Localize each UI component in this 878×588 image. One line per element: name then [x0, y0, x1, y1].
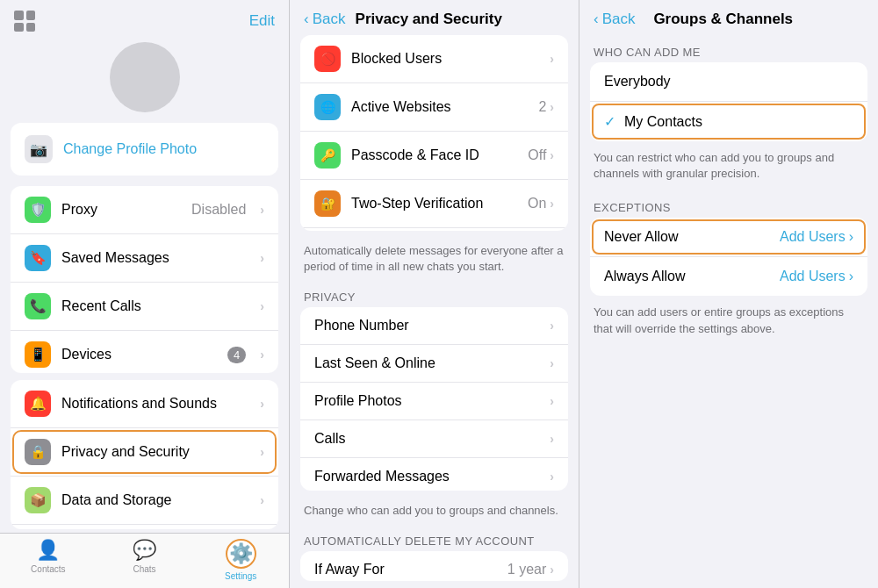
back-chevron-icon: ‹ — [304, 11, 309, 28]
away-chevron: › — [550, 563, 554, 577]
last-seen-row[interactable]: Last Seen & Online › — [300, 345, 568, 383]
proxy-value: Disabled — [191, 202, 246, 218]
autodelete-row[interactable]: ⏱️ Auto-Delete Messages Off › — [300, 228, 568, 231]
grid-icon[interactable] — [14, 11, 35, 32]
never-allow-chevron: › — [849, 229, 853, 245]
phone-label: Phone Number — [314, 318, 550, 333]
who-can-add-label: WHO CAN ADD ME — [579, 35, 878, 62]
change-photo-label: Change Profile Photo — [63, 141, 197, 157]
autodelete-section-label: AUTOMATICALLY DELETE MY ACCOUNT — [290, 527, 579, 551]
twostep-label: Two-Step Verification — [351, 196, 528, 212]
twostep-value: On — [528, 196, 546, 212]
exceptions-note: You can add users or entire groups as ex… — [579, 299, 878, 345]
right-title: Groups & Channels — [653, 11, 793, 28]
callspriv-chevron: › — [550, 432, 554, 446]
right-back-button[interactable]: ‹ Back — [594, 11, 635, 28]
forwarded-label: Forwarded Messages — [314, 469, 550, 484]
check-icon: ✓ — [604, 113, 615, 130]
calls-privacy-row[interactable]: Calls › — [300, 420, 568, 458]
saved-messages-label: Saved Messages — [61, 250, 249, 266]
never-allow-add-users-button[interactable]: Add Users › — [780, 229, 853, 245]
never-allow-add-users-label: Add Users — [780, 229, 846, 245]
privacy-row[interactable]: 🔒 Privacy and Security › — [11, 428, 278, 477]
forwarded-row[interactable]: Forwarded Messages › — [300, 458, 568, 491]
appearance-row[interactable]: 🎨 Appearance › — [11, 525, 278, 529]
websites-icon: 🌐 — [314, 94, 341, 120]
avatar-section — [0, 35, 289, 116]
always-allow-label: Always Allow — [604, 269, 780, 284]
notifications-icon: 🔔 — [25, 391, 51, 417]
nav-contacts[interactable]: 👤 Contacts — [0, 539, 97, 581]
bottom-navigation: 👤 Contacts 💬 Chats ⚙️ Settings — [0, 533, 289, 588]
saved-messages-row[interactable]: 🔖 Saved Messages › — [11, 234, 278, 283]
middle-panel: ‹ Back Privacy and Security 🚫 Blocked Us… — [290, 0, 579, 588]
proxy-row[interactable]: 🛡️ Proxy Disabled › — [11, 186, 278, 234]
active-websites-row[interactable]: 🌐 Active Websites 2 › — [300, 83, 568, 132]
settings-icon: ⚙️ — [226, 539, 256, 569]
phone-number-row[interactable]: Phone Number › — [300, 307, 568, 345]
middle-back-button[interactable]: ‹ Back — [304, 11, 345, 28]
who-can-add-note: You can restrict who can add you to grou… — [579, 145, 878, 190]
nav-settings[interactable]: ⚙️ Settings — [192, 539, 289, 581]
saved-messages-icon: 🔖 — [25, 245, 51, 271]
always-allow-add-users-button[interactable]: Add Users › — [780, 269, 853, 284]
devices-row[interactable]: 📱 Devices 4 › — [11, 331, 278, 373]
profile-photos-row[interactable]: Profile Photos › — [300, 383, 568, 420]
profilephotos-chevron: › — [550, 394, 554, 408]
privacy-group: Phone Number › Last Seen & Online › Prof… — [300, 307, 568, 491]
everybody-label: Everybody — [604, 74, 853, 90]
everybody-row[interactable]: Everybody — [590, 62, 867, 102]
privacy-icon: 🔒 — [25, 439, 51, 465]
chats-icon: 💬 — [133, 539, 156, 562]
devices-badge: 4 — [227, 347, 246, 363]
my-contacts-row[interactable]: ✓ My Contacts — [590, 102, 867, 141]
change-photo-button[interactable]: 📷 Change Profile Photo — [11, 123, 278, 176]
away-group: If Away For 1 year › — [300, 551, 568, 581]
storage-row[interactable]: 📦 Data and Storage › — [11, 477, 278, 525]
settings-group-1: 🛡️ Proxy Disabled › 🔖 Saved Messages › 📞… — [11, 186, 278, 373]
twostep-chevron: › — [550, 197, 554, 211]
passcode-icon: 🔑 — [314, 142, 341, 169]
passcode-chevron: › — [550, 148, 554, 162]
notifications-chevron: › — [260, 397, 264, 411]
blocked-label: Blocked Users — [351, 51, 550, 67]
never-allow-row[interactable]: Never Allow Add Users › — [590, 218, 867, 257]
twostep-row[interactable]: 🔐 Two-Step Verification On › — [300, 180, 568, 228]
privacy-label: Privacy and Security — [61, 444, 249, 460]
blocked-icon: 🚫 — [314, 46, 341, 72]
right-header: ‹ Back Groups & Channels — [579, 0, 878, 35]
always-allow-chevron: › — [849, 269, 853, 284]
away-row[interactable]: If Away For 1 year › — [300, 551, 568, 581]
lastseen-label: Last Seen & Online — [314, 355, 550, 371]
notifications-row[interactable]: 🔔 Notifications and Sounds › — [11, 380, 278, 428]
left-header: Edit — [0, 0, 289, 35]
saved-messages-chevron: › — [260, 251, 264, 265]
proxy-label: Proxy — [61, 202, 181, 218]
middle-header: ‹ Back Privacy and Security — [290, 0, 579, 35]
always-allow-row[interactable]: Always Allow Add Users › — [590, 257, 867, 296]
left-panel: Edit 📷 Change Profile Photo 🛡️ Proxy Dis… — [0, 0, 290, 588]
devices-chevron: › — [260, 348, 264, 362]
groups-note: Change who can add you to groups and cha… — [290, 498, 579, 527]
right-back-label: Back — [602, 11, 636, 28]
passcode-value: Off — [528, 147, 546, 163]
camera-icon: 📷 — [25, 135, 53, 163]
storage-icon: 📦 — [25, 487, 51, 513]
callspriv-label: Calls — [314, 431, 550, 447]
nav-chats[interactable]: 💬 Chats — [97, 539, 193, 581]
recent-calls-icon: 📞 — [25, 293, 51, 319]
avatar — [110, 42, 180, 112]
profilephotos-label: Profile Photos — [314, 393, 550, 409]
devices-icon: 📱 — [25, 341, 51, 368]
my-contacts-label: My Contacts — [624, 114, 853, 130]
right-panel: ‹ Back Groups & Channels WHO CAN ADD ME … — [579, 0, 878, 588]
edit-button[interactable]: Edit — [249, 12, 275, 30]
exceptions-group: Never Allow Add Users › Always Allow Add… — [590, 218, 867, 296]
blocked-users-row[interactable]: 🚫 Blocked Users › — [300, 35, 568, 83]
proxy-chevron: › — [260, 203, 264, 217]
phone-chevron: › — [550, 319, 554, 333]
recent-calls-row[interactable]: 📞 Recent Calls › — [11, 283, 278, 331]
storage-chevron: › — [260, 493, 264, 507]
passcode-row[interactable]: 🔑 Passcode & Face ID Off › — [300, 132, 568, 180]
privacy-section-label: PRIVACY — [290, 283, 579, 307]
